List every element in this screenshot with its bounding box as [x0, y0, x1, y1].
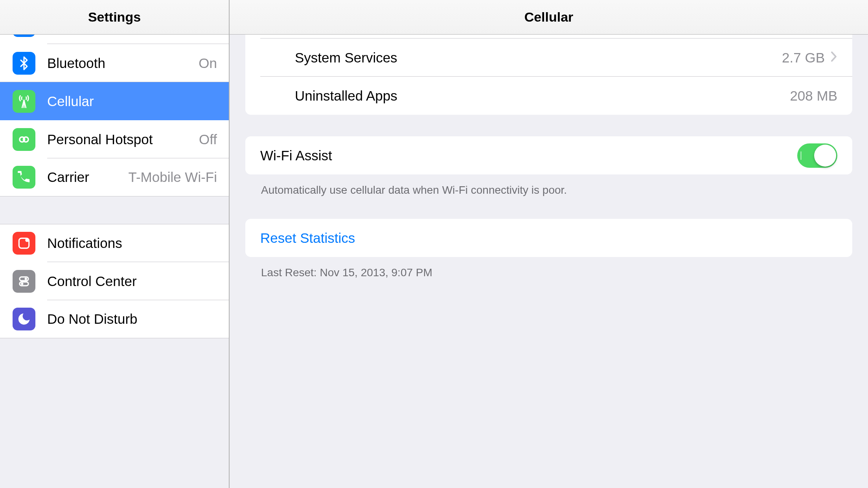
sidebar-item-label: Carrier [47, 169, 89, 185]
do-not-disturb-icon [13, 308, 35, 330]
sidebar-item-label: Do Not Disturb [47, 311, 138, 327]
wifi-assist-card: Wi-Fi Assist [245, 136, 852, 174]
usage-partial-value: 1.6 MB [295, 35, 329, 35]
usage-row-uninstalled-apps[interactable]: Uninstalled Apps 208 MB [245, 77, 852, 115]
wifi-assist-footnote: Automatically use cellular data when Wi-… [245, 174, 852, 197]
detail-title: Cellular [524, 9, 574, 25]
system-services-label: System Services [295, 50, 397, 66]
uninstalled-apps-value: 208 MB [790, 88, 837, 104]
sidebar-item-bluetooth[interactable]: Bluetooth On [0, 44, 229, 82]
wifi-assist-toggle[interactable] [797, 143, 837, 168]
sidebar-item-value: On [199, 55, 217, 71]
sidebar-item-control-center[interactable]: Control Center [0, 262, 229, 300]
reset-statistics-row[interactable]: Reset Statistics [245, 219, 852, 257]
usage-card: 1.6 MB System Services 2.7 GB [245, 35, 852, 115]
sidebar-item-label: Notifications [47, 235, 122, 251]
reset-statistics-label: Reset Statistics [260, 230, 355, 246]
sidebar-item-notifications[interactable]: Notifications [0, 224, 229, 262]
usage-row-partial[interactable]: 1.6 MB [245, 35, 852, 39]
sidebar-item-label: Control Center [47, 273, 137, 289]
sidebar-navbar: Settings [0, 0, 229, 35]
reset-footnote: Last Reset: Nov 15, 2013, 9:07 PM [245, 257, 852, 280]
sidebar-item-value: Off [199, 132, 217, 147]
svg-point-3 [25, 238, 29, 242]
detail-pane: Cellular 1.6 MB System Services [230, 0, 868, 488]
cellular-icon [13, 90, 35, 113]
chevron-right-icon [830, 51, 837, 65]
sidebar-item-carrier[interactable]: Carrier T-Mobile Wi-Fi [0, 158, 229, 196]
sidebar-item-label: Personal Hotspot [47, 132, 153, 147]
control-center-icon [13, 270, 35, 293]
sidebar-item-do-not-disturb[interactable]: Do Not Disturb [0, 300, 229, 338]
detail-navbar: Cellular [230, 0, 868, 35]
wifi-assist-row: Wi-Fi Assist [245, 136, 852, 174]
sidebar-item-value: T-Mobile Wi-Fi [128, 169, 217, 185]
sidebar-partial-icon [13, 35, 35, 37]
sidebar-item-cellular[interactable]: Cellular [0, 82, 229, 120]
settings-sidebar: Settings Bluetooth On [0, 0, 230, 488]
bluetooth-icon [13, 52, 35, 75]
sidebar-item-label: Bluetooth [47, 55, 105, 71]
carrier-icon [13, 166, 35, 189]
sidebar-item-personal-hotspot[interactable]: Personal Hotspot Off [0, 120, 229, 158]
notifications-icon [13, 232, 35, 255]
svg-point-7 [21, 283, 23, 285]
sidebar-title: Settings [88, 9, 141, 25]
wifi-assist-label: Wi-Fi Assist [260, 148, 332, 163]
reset-card: Reset Statistics [245, 219, 852, 257]
uninstalled-apps-label: Uninstalled Apps [295, 88, 397, 104]
personal-hotspot-icon [13, 128, 35, 151]
usage-row-system-services[interactable]: System Services 2.7 GB [245, 39, 852, 77]
sidebar-row-partial[interactable] [0, 35, 229, 44]
svg-point-5 [25, 277, 27, 280]
sidebar-item-label: Cellular [47, 94, 94, 109]
system-services-value: 2.7 GB [782, 50, 825, 66]
